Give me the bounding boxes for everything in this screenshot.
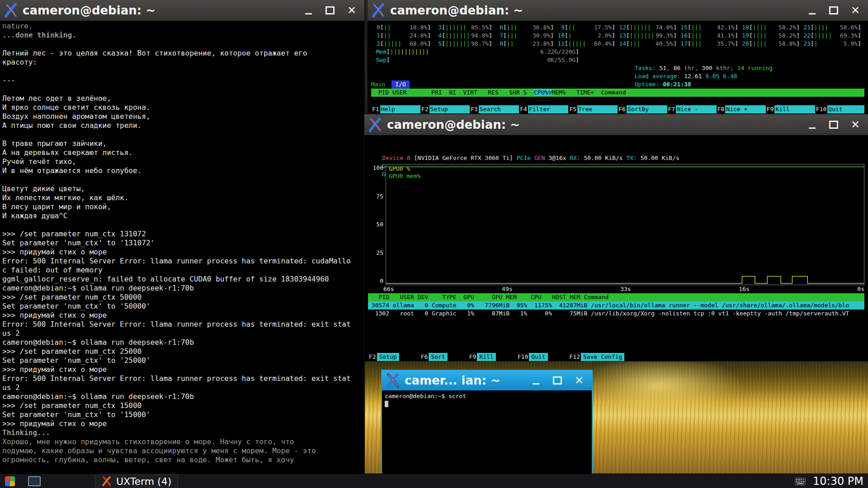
graph-y-axis: 1007550250 xyxy=(368,164,386,285)
close-button[interactable]: ✕ xyxy=(570,373,588,388)
terminal-line: >>> придумай стих о море xyxy=(2,248,362,257)
function-key[interactable]: F8Nice + xyxy=(717,105,766,113)
titlebar-ollama[interactable]: cameron@debian: ~ ✕ xyxy=(0,0,364,21)
prompt-line: cameron@debian:~$ scrot xyxy=(385,392,589,400)
function-key[interactable]: F9Kill xyxy=(766,105,815,113)
sort-column-cpu[interactable]: CPU%▽ xyxy=(534,89,552,96)
function-key[interactable]: F10Quit xyxy=(517,353,548,361)
terminal-line: Error: 500 Internal Server Error: llama … xyxy=(2,374,362,383)
uxterm-icon xyxy=(371,3,386,18)
graph-plot-area: GPU0 %GPU0 mem% xyxy=(386,164,864,285)
memory-meter: Mem[|||||||||||6.22G/220G] xyxy=(371,48,579,56)
htop-function-keys: F1HelpF2SetupF3SearchF4FilterF5TreeF6Sor… xyxy=(371,105,864,113)
uxterm-icon xyxy=(368,117,382,132)
gpu-process-row-ollama[interactable]: 30574 ollama 0 Compute 0% 7796MiB 95% 11… xyxy=(368,301,864,310)
taskbar-window-label: UXTerm (4) xyxy=(116,476,171,487)
terminal-line: И в нём отражается небо голубое. xyxy=(2,166,362,175)
cpu-meter: 14[|||40.5%] xyxy=(617,40,677,48)
function-key[interactable]: F4Filter xyxy=(519,105,568,113)
x-tick-label: 33s xyxy=(620,285,631,293)
terminal-line: >>> придумай стих о море xyxy=(2,311,362,320)
terminal-line: Set parameter 'num_ctx' to '15000' xyxy=(2,410,362,419)
terminal-line xyxy=(2,85,362,94)
function-key[interactable]: F6Sort xyxy=(420,353,448,361)
maximize-button[interactable] xyxy=(825,3,843,18)
terminal-line: Error: 500 Internal Server Error: llama … xyxy=(2,320,362,329)
htop-tab[interactable]: I/O xyxy=(392,80,409,89)
terminal-window-ollama: cameron@debian: ~ ✕ nature. ...done thin… xyxy=(0,0,364,474)
process-table-header[interactable]: PID USER PRI NI VIRT RES SHR S CPU%▽MEM%… xyxy=(371,89,864,97)
maximize-button[interactable] xyxy=(825,117,843,132)
terminal-line: nature. xyxy=(2,22,362,31)
cpu-meter: 11[|||||60.4%] xyxy=(556,40,615,48)
window-title: cameron@debian: ~ xyxy=(390,4,798,17)
terminal-line: >>> /set parameter num_ctx 15000 xyxy=(2,401,362,410)
terminal-line: И каждая душа^C xyxy=(2,211,362,221)
function-key[interactable]: F2Setup xyxy=(420,105,470,113)
close-button[interactable]: ✕ xyxy=(846,117,864,132)
terminal-line: >>> /set parameter num_ctx 50000 xyxy=(2,293,362,302)
function-key[interactable]: F10Quit xyxy=(815,105,864,113)
minimize-button[interactable] xyxy=(803,117,821,132)
terminal-line: подумаю, какие образы и чувства ассоциир… xyxy=(2,446,362,455)
gpu-mem-bars: GPU[ 1%] MEM[|||||||||||||||||||||||||7.… xyxy=(368,154,864,162)
terminal-line: >>> /set parameter num_ctx 131072 xyxy=(2,230,362,239)
function-key[interactable]: F5Tree xyxy=(568,105,618,113)
nvtop-function-keys: F2SetupF6SortF9KillF10QuitF12Save Config xyxy=(368,353,864,361)
terminal-line: ...done thinking. xyxy=(2,31,362,40)
app-menu-icon[interactable] xyxy=(4,475,16,487)
nvtop-content: Device 0 [NVIDIA GeForce RTX 3060 Ti] PC… xyxy=(364,135,868,361)
minimize-button[interactable] xyxy=(803,3,821,18)
cpu-meter: 17[|||35.7%] xyxy=(679,40,738,48)
gpu-process-row-xorg[interactable]: 1302 root 0 Graphic 1% 87MiB 1% 0% 75MiB… xyxy=(368,310,864,318)
function-key[interactable]: F7Nice - xyxy=(667,105,717,113)
htop-tabs: MainI/O xyxy=(371,80,864,89)
htop-tab[interactable]: Main xyxy=(371,80,385,89)
cpu-meter: 4[|||||||94.8%] xyxy=(433,32,492,40)
terminal-line: Thinking... xyxy=(2,428,362,437)
terminal-output[interactable]: cameron@debian:~$ scrot xyxy=(382,390,592,469)
terminal-output[interactable]: nature. ...done thinking. Летний лес - э… xyxy=(0,21,364,474)
taskbar: UXTerm (4) 10:30 PM xyxy=(0,474,868,488)
cpu-meter: 2[|||||68.0%] xyxy=(371,40,431,48)
titlebar-htop[interactable]: cameron@debian: ~ ✕ xyxy=(368,0,868,21)
function-key[interactable]: F9Kill xyxy=(468,353,496,361)
function-key[interactable]: F2Setup xyxy=(368,353,399,361)
cpu-meter: 6[|||36.8%] xyxy=(494,23,554,32)
titlebar-scrot[interactable]: camer... ian: ~ ✕ xyxy=(382,371,592,390)
minimize-button[interactable] xyxy=(299,3,317,18)
terminal-line: us 2 xyxy=(2,383,362,392)
terminal-window-scrot: camer... ian: ~ ✕ cameron@debian:~$ scro… xyxy=(381,370,593,475)
terminal-line: Их лепестки мягкие, как шёлк. xyxy=(2,193,362,202)
uxterm-taskbar-icon xyxy=(102,476,112,486)
terminal-line: красоту: xyxy=(2,58,362,67)
gpu-process-table-header[interactable]: PID USER DEV TYPE GPU GPU MEM CPU HOST M… xyxy=(368,293,864,301)
show-desktop-icon[interactable] xyxy=(28,475,41,487)
graph-x-axis: 66s49s33s16s0s xyxy=(383,285,864,293)
close-button[interactable]: ✕ xyxy=(846,3,864,18)
terminal-line: огромность, глубина, волны, ветер, свет … xyxy=(2,455,362,465)
taskbar-clock[interactable]: 10:30 PM xyxy=(813,475,863,488)
window-title: cameron@debian: ~ xyxy=(387,118,798,131)
terminal-line: А на деревьях сверкают листья. xyxy=(2,148,362,157)
uxterm-icon xyxy=(386,373,400,388)
terminal-line: cameron@debian:~$ ollama run deepseek-r1… xyxy=(2,284,362,293)
taskbar-window-button[interactable]: UXTerm (4) xyxy=(95,474,178,488)
swap-meter: Swp[0K/55.9G] xyxy=(371,56,579,64)
maximize-button[interactable] xyxy=(548,373,566,388)
graph-lines xyxy=(386,164,864,285)
terminal-line xyxy=(2,67,362,76)
close-button[interactable]: ✕ xyxy=(343,3,361,18)
function-key[interactable]: F6SortBy xyxy=(618,105,667,113)
function-key[interactable]: F1Help xyxy=(371,105,420,113)
minimize-button[interactable] xyxy=(527,373,545,388)
function-key[interactable]: F12Save Config xyxy=(569,353,625,361)
titlebar-nvtop[interactable]: cameron@debian: ~ ✕ xyxy=(364,114,868,135)
terminal-line: Цветут дикие цветы, xyxy=(2,184,362,193)
function-key[interactable]: F3Search xyxy=(470,105,519,113)
terminal-line: Set parameter 'num_ctx' to '131072' xyxy=(2,239,362,248)
tray-keyboard-icon[interactable] xyxy=(795,478,806,485)
maximize-button[interactable] xyxy=(321,3,339,18)
cpu-meter: 22[|||||69.3%] xyxy=(802,32,861,40)
terminal-line xyxy=(2,40,362,49)
